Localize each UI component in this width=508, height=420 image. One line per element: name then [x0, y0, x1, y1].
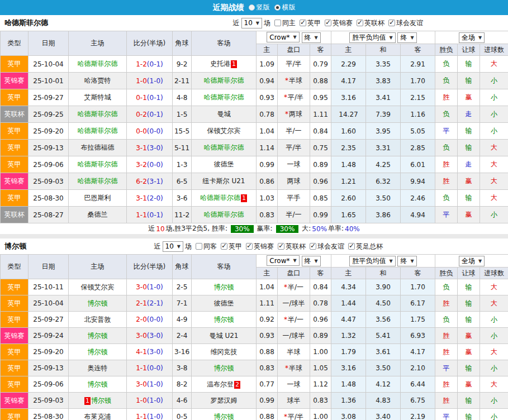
same-side-checkbox[interactable]: 同客	[196, 242, 217, 251]
league-checkbox-4[interactable]: 英足总杯	[348, 242, 383, 251]
col-corner: 角球	[173, 31, 192, 56]
mean-away: 6.44	[401, 376, 435, 393]
final-odds-select[interactable]: 终▼	[302, 256, 321, 266]
handicap-result: 走	[458, 156, 480, 173]
wdl-result: 胜	[435, 173, 458, 190]
odds-home: 1.04	[257, 279, 278, 295]
away-team: 保顿艾尔宾	[192, 123, 257, 140]
card-badge: 1	[241, 194, 247, 202]
team-name: 哈德斯菲尔德	[204, 77, 244, 84]
summary-text: 赢率:	[257, 224, 273, 233]
league-checkbox-1[interactable]: 英锦赛	[325, 18, 353, 28]
col-date: 日期	[29, 31, 69, 56]
mean-home: 4.17	[331, 73, 366, 89]
odds-home: 0.94	[257, 73, 278, 89]
col-mean-away: 客	[401, 44, 435, 56]
handicap-result: 输	[458, 73, 480, 89]
summary-count: 10	[156, 225, 164, 233]
mean-draw: 3.40	[366, 409, 401, 420]
league-badge: 英甲	[1, 344, 29, 360]
corner-score: 9-2	[173, 56, 192, 73]
odds-away: 0.96	[310, 312, 331, 328]
score: 0-2(0-1)	[127, 106, 173, 123]
recent-count-select[interactable]: 10▼	[163, 241, 183, 252]
league-badge: 英甲	[1, 56, 29, 73]
mean-select[interactable]: 胜平负均值▼	[349, 256, 395, 266]
final-mean-select[interactable]: 终▼	[397, 32, 416, 43]
home-team: 巴恩斯利	[69, 190, 127, 207]
final-mean-select[interactable]: 终▼	[397, 256, 416, 266]
mean-home: 14.27	[331, 106, 366, 123]
mean-draw: 4.12	[366, 376, 401, 393]
team-name: 哈德斯菲尔德	[78, 127, 118, 135]
full-score: 1-1	[136, 211, 147, 219]
mean-draw: 5.41	[366, 328, 401, 344]
score: 0-0(0-0)	[127, 123, 173, 140]
mean-draw: 3.83	[366, 73, 401, 89]
mean-select[interactable]: 胜平负均值▼	[349, 32, 395, 43]
league-checkbox-0[interactable]: 英甲	[221, 242, 242, 251]
col-odds-home: 主	[257, 268, 278, 279]
company-select[interactable]: Crow*▼	[267, 255, 299, 266]
company-select[interactable]: Crow*▼	[267, 32, 299, 42]
team-name: 博尔顿	[214, 413, 234, 420]
mean-away: 1.70	[401, 73, 435, 89]
league-badge: 英锦赛	[1, 328, 29, 344]
league-checkbox-2[interactable]: 英联杯	[357, 18, 384, 28]
half-score: (3-0)	[147, 332, 163, 340]
handicap-result: 输	[458, 295, 480, 312]
full-score: 3-0	[136, 380, 147, 388]
table-row: 英甲25-09-06博尔顿3-0(1-0)8-2温布尔登20.77一球1.121…	[1, 376, 508, 393]
line-text: 平/半	[286, 60, 301, 68]
mean-away: 2.85	[401, 140, 435, 156]
recent-count-select[interactable]: 10▼	[241, 18, 262, 28]
league-checkbox-1[interactable]: 英锦赛	[246, 242, 274, 251]
full-score: 1-1	[136, 413, 147, 420]
handicap-result: 赢	[458, 328, 480, 344]
league-checkbox-3[interactable]: 球会友谊	[310, 242, 344, 251]
odds-home: 0.78	[257, 106, 278, 123]
half-score: (1-0)	[147, 77, 163, 85]
odds-home: 0.92	[257, 312, 278, 328]
match-date: 25-08-30	[29, 409, 69, 420]
wdl-result: 平	[435, 360, 458, 376]
mean-home: 1.48	[331, 376, 366, 393]
wdl-result: 平	[435, 409, 458, 420]
layout-radio-vertical[interactable]: 竖版	[249, 3, 270, 12]
away-team: 哈德斯菲尔德	[192, 73, 257, 89]
league-checkbox-2[interactable]: 英联杯	[278, 242, 306, 251]
card-badge: 1	[84, 397, 91, 405]
same-side-checkbox[interactable]: 同主	[274, 18, 296, 28]
mean-away: 6.75	[401, 393, 435, 409]
mean-draw: 3.41	[366, 89, 401, 106]
final-odds-select[interactable]: 终▼	[302, 32, 321, 43]
odds-away: 1.12	[310, 376, 331, 393]
scope-select[interactable]: 全场▼	[459, 32, 485, 43]
match-date: 25-09-20	[29, 123, 69, 140]
goals-result: 小	[480, 393, 508, 409]
match-date: 25-09-13	[29, 360, 69, 376]
score: 0-1(0-1)	[127, 89, 173, 106]
odds-away: 0.79	[310, 56, 331, 73]
radio-selected-icon	[274, 4, 281, 11]
star-icon: *	[284, 93, 287, 101]
goals-result: 小	[480, 73, 508, 89]
summary-text: 大:	[302, 224, 311, 233]
away-team: 曼城	[192, 106, 257, 123]
odds-line: 平/半	[278, 140, 310, 156]
col-away: 客场	[192, 255, 257, 279]
league-badge: 英甲	[1, 190, 29, 207]
goals-result: 大	[480, 344, 508, 360]
league-badge: 英联杯	[1, 207, 29, 223]
score: 2-1(2-1)	[127, 295, 173, 312]
away-team: 哈德斯菲尔德	[192, 89, 257, 106]
league-checkbox-3[interactable]: 球会友谊	[388, 18, 423, 28]
handicap-result: 输	[458, 123, 480, 140]
league-checkbox-0[interactable]: 英甲	[300, 18, 321, 28]
scope-select[interactable]: 全场▼	[459, 256, 485, 266]
score: 4-1(3-0)	[127, 344, 173, 360]
away-team: 史托港1	[192, 56, 257, 73]
mean-home: 2.35	[331, 140, 366, 156]
layout-radio-horizontal[interactable]: 横版	[274, 3, 296, 12]
col-odds-line: 盘口	[278, 268, 310, 279]
